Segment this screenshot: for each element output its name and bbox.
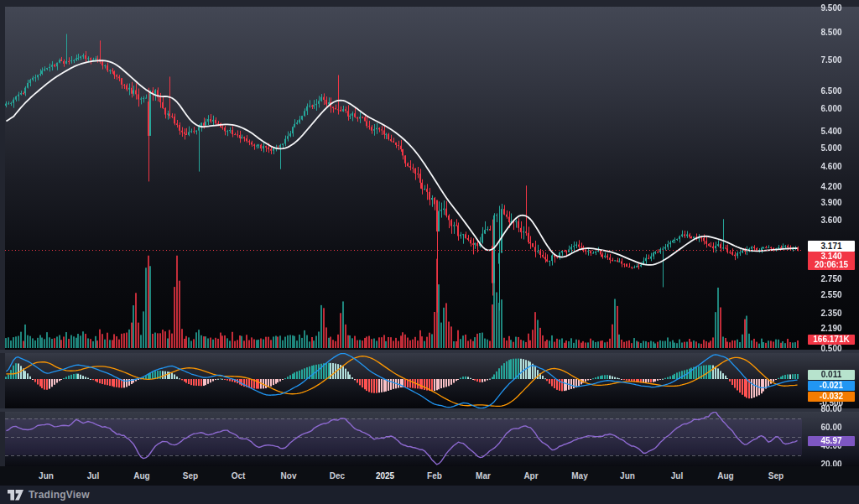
time-tick-month: Jul <box>660 471 694 481</box>
time-tick-month: Feb <box>418 471 451 481</box>
time-tick-month: Jun <box>29 471 63 481</box>
time-tick-month: Apr <box>514 471 548 481</box>
time-tick-month: Dec <box>320 471 354 481</box>
axis-tick: 5.000 <box>807 143 856 153</box>
rsi-value-axis-label: 45.97 <box>808 436 855 446</box>
time-axis[interactable]: JunJulAugSepOctNovDec2025FebMarAprMayJun… <box>0 466 859 486</box>
macd-signal-axis-label: -0.032 <box>808 392 855 402</box>
axis-tick: 4.600 <box>807 162 856 172</box>
axis-tick: 2.350 <box>807 309 856 319</box>
time-tick-month: May <box>563 471 596 481</box>
axis-tick: 2.750 <box>807 274 856 284</box>
pane-separator-macd[interactable] <box>0 350 859 353</box>
time-tick-month: Oct <box>221 471 255 481</box>
tradingview-icon <box>8 490 23 501</box>
macd-histogram-axis-label: 0.011 <box>808 370 855 380</box>
time-tick-month: Sep <box>759 471 793 481</box>
time-tick-month: Mar <box>466 471 500 481</box>
axis-tick: 0.500 <box>807 344 856 354</box>
pane-separator-rsi[interactable] <box>0 408 859 412</box>
axis-tick: 8.500 <box>807 28 856 38</box>
time-tick-year: 2025 <box>368 471 402 481</box>
volume-axis-label: 166.171K <box>808 335 855 345</box>
axis-tick: 2.190 <box>807 324 856 334</box>
axis-tick: 3.600 <box>807 216 856 226</box>
tradingview-wordmark: TradingView <box>29 489 90 501</box>
axis-tick: 60.00 <box>807 423 856 433</box>
left-border <box>0 0 5 486</box>
time-tick-month: Aug <box>709 471 742 481</box>
time-tick-month: Jul <box>76 471 110 481</box>
tradingview-logo[interactable]: TradingView <box>8 489 90 501</box>
macd-line-axis-label: -0.021 <box>808 381 855 391</box>
axis-tick: 2.550 <box>807 290 856 300</box>
tradingview-chart: 9.5008.5007.5006.5006.0005.4005.0004.600… <box>0 0 859 504</box>
axis-tick: 80.00 <box>807 404 856 414</box>
axis-tick: 3.900 <box>807 198 856 208</box>
time-tick-month: Jun <box>611 471 644 481</box>
chart-canvas[interactable] <box>0 0 859 504</box>
time-tick-month: Sep <box>174 471 207 481</box>
bottom-toolbar: TradingView <box>0 486 859 504</box>
axis-tick: 6.500 <box>807 86 856 96</box>
ma-value-axis-label: 3.171 <box>808 241 855 252</box>
axis-tick: 9.500 <box>807 3 856 13</box>
axis-tick: 7.500 <box>807 55 856 65</box>
last-price-axis-label: 3.140 20:06:15 <box>808 252 855 270</box>
axis-tick: 5.400 <box>807 127 856 137</box>
time-tick-month: Nov <box>272 471 305 481</box>
axis-tick: 6.000 <box>807 104 856 114</box>
time-tick-month: Aug <box>125 471 159 481</box>
bar-countdown: 20:06:15 <box>808 261 855 269</box>
top-border <box>0 0 859 7</box>
axis-tick: 4.200 <box>807 182 856 192</box>
